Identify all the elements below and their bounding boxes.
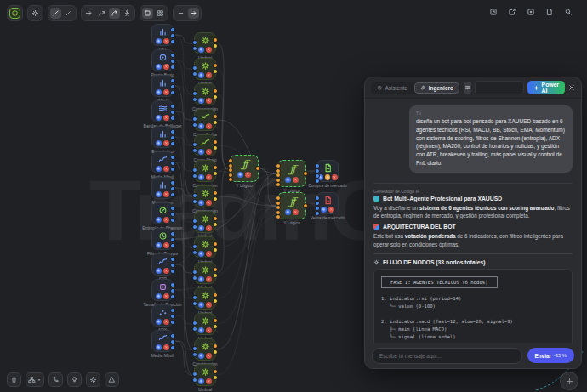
node-settings-button[interactable] xyxy=(237,172,243,178)
output-port[interactable] xyxy=(213,273,218,278)
output-port[interactable] xyxy=(213,69,218,74)
output-port[interactable] xyxy=(170,110,175,115)
node-settings-button[interactable] xyxy=(156,64,162,70)
input-port[interactable] xyxy=(192,65,197,71)
output-port[interactable] xyxy=(170,104,175,109)
input-port[interactable] xyxy=(192,301,197,306)
canvas-settings-button[interactable] xyxy=(30,8,41,19)
node-comparacion[interactable]: Comparación xyxy=(194,185,216,207)
output-port[interactable] xyxy=(170,180,175,185)
node-bandas-de-bollinger[interactable]: Bandas de Bollinger xyxy=(151,100,174,122)
input-port[interactable] xyxy=(192,148,197,153)
node-delete-button[interactable] xyxy=(163,89,169,95)
output-port[interactable] xyxy=(213,165,218,170)
output-port[interactable] xyxy=(213,369,218,374)
input-port[interactable] xyxy=(192,270,197,275)
output-port[interactable] xyxy=(170,339,175,344)
node-comparacion[interactable]: Comparación xyxy=(194,83,216,105)
output-port[interactable] xyxy=(213,298,218,304)
node-momentum[interactable]: Momentum xyxy=(151,177,174,199)
node-delete-button[interactable] xyxy=(293,209,299,215)
output-port[interactable] xyxy=(170,155,175,160)
insert-node-button[interactable] xyxy=(526,7,536,17)
input-port[interactable] xyxy=(192,378,197,383)
node-umbral[interactable]: Umbral xyxy=(194,32,216,54)
send-button[interactable]: Enviar -35 % xyxy=(527,348,574,363)
node-settings-button[interactable] xyxy=(156,293,162,299)
node-delete-button[interactable] xyxy=(206,200,212,206)
output-port[interactable] xyxy=(213,241,218,247)
node-delete-button[interactable] xyxy=(206,149,212,155)
collapse-button[interactable] xyxy=(175,8,186,19)
input-port[interactable] xyxy=(192,193,197,198)
output-port[interactable] xyxy=(213,43,218,48)
output-port[interactable] xyxy=(170,314,175,319)
output-port[interactable] xyxy=(170,333,175,338)
node-delete-button[interactable] xyxy=(206,47,212,53)
node-venta-de-mercado[interactable]: Venta de mercado xyxy=(316,192,339,214)
node-umbral[interactable]: Umbral xyxy=(194,287,216,310)
output-port[interactable] xyxy=(213,171,218,176)
output-port[interactable] xyxy=(213,63,218,68)
node-settings-button[interactable] xyxy=(156,344,162,350)
node-umbral[interactable]: Umbral xyxy=(194,211,216,233)
input-port[interactable] xyxy=(192,91,197,96)
select-tool-button[interactable] xyxy=(9,8,20,19)
node-settings-button[interactable] xyxy=(198,378,204,384)
node-delete-button[interactable] xyxy=(206,72,212,78)
output-port[interactable] xyxy=(303,171,308,176)
input-port[interactable] xyxy=(192,346,197,351)
node-settings-button[interactable] xyxy=(285,209,291,215)
output-port[interactable] xyxy=(170,141,175,146)
node-delete-button[interactable] xyxy=(163,242,169,248)
node-y-logico[interactable]: ƒƒY Lógico xyxy=(277,160,306,187)
search-button[interactable] xyxy=(563,7,573,17)
arrow-wire-button[interactable] xyxy=(83,8,94,19)
input-port[interactable] xyxy=(192,46,197,51)
power-ai-button[interactable]: Power AI xyxy=(527,81,565,94)
node-delete-button[interactable] xyxy=(163,319,169,325)
settings-button[interactable] xyxy=(86,372,100,387)
tab-ingeniero[interactable]: Ingeniero xyxy=(414,82,459,94)
node-settings-button[interactable] xyxy=(198,251,204,257)
node-delete-button[interactable] xyxy=(206,251,212,257)
output-port[interactable] xyxy=(170,212,175,217)
node-compra-de-mercado[interactable]: Compra de mercado xyxy=(316,160,339,182)
node-settings-button[interactable] xyxy=(156,319,162,325)
output-port[interactable] xyxy=(170,59,175,64)
output-port[interactable] xyxy=(255,166,260,171)
node-settings-button[interactable] xyxy=(198,353,204,359)
node-umbral[interactable]: Umbral xyxy=(194,262,216,284)
edit-button[interactable] xyxy=(507,7,517,17)
output-port[interactable] xyxy=(170,135,175,140)
node-delete-button[interactable] xyxy=(293,177,299,183)
node-atr[interactable]: ATR xyxy=(151,253,174,276)
node-settings-button[interactable] xyxy=(198,98,204,104)
chat-message-input[interactable] xyxy=(372,348,522,364)
node-settings-button[interactable] xyxy=(156,268,162,274)
output-port[interactable] xyxy=(213,190,218,196)
node-delete-button[interactable] xyxy=(163,293,169,299)
node-combinacion[interactable]: Combinación xyxy=(194,160,216,182)
output-port[interactable] xyxy=(170,269,175,274)
output-port[interactable] xyxy=(170,218,175,223)
input-port[interactable] xyxy=(192,224,197,230)
output-port[interactable] xyxy=(213,196,218,202)
node-settings-button[interactable] xyxy=(198,200,204,206)
node-delete-button[interactable] xyxy=(206,378,212,384)
node-y-logico[interactable]: ƒƒY Lógico xyxy=(230,155,259,182)
output-port[interactable] xyxy=(213,222,218,227)
node-delete-button[interactable] xyxy=(206,302,212,308)
node-delete-button[interactable] xyxy=(206,353,212,359)
node-settings-button[interactable] xyxy=(198,276,204,282)
node-delete-button[interactable] xyxy=(163,191,169,197)
node-umbral[interactable]: Umbral xyxy=(194,364,216,386)
output-port[interactable] xyxy=(213,114,218,119)
model-selector[interactable] xyxy=(475,81,523,94)
node-cruce-abajo[interactable]: Cruce Abajo xyxy=(194,134,216,156)
expand-button[interactable] xyxy=(188,8,199,19)
node-delete-button[interactable] xyxy=(163,344,169,350)
output-port[interactable] xyxy=(170,320,175,325)
node-combinacion[interactable]: Combinación xyxy=(194,338,216,361)
frame-button[interactable] xyxy=(142,8,153,19)
